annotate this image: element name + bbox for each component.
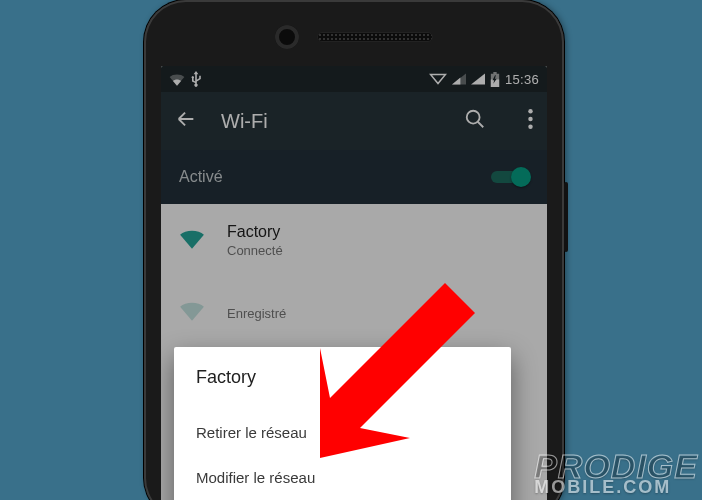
earpiece-speaker xyxy=(317,32,433,42)
wifi-toggle[interactable] xyxy=(491,167,529,187)
wifi-enable-row[interactable]: Activé xyxy=(161,150,547,204)
signal-icon xyxy=(452,73,466,85)
svg-point-3 xyxy=(528,125,532,129)
app-bar: Wi-Fi xyxy=(161,92,547,150)
usb-icon xyxy=(191,71,201,87)
status-clock: 15:36 xyxy=(505,72,539,87)
front-camera xyxy=(275,25,299,49)
signal-icon-2 xyxy=(471,73,485,85)
dialog-item-forget[interactable]: Retirer le réseau xyxy=(196,410,489,455)
phone-side-button xyxy=(564,182,568,252)
network-context-dialog: Factory Retirer le réseau Modifier le ré… xyxy=(174,347,511,500)
wifi-signal-icon xyxy=(179,299,205,325)
dropdown-status-icon xyxy=(429,73,447,85)
watermark: PRODIGE MOBILE.COM xyxy=(534,451,698,496)
battery-icon xyxy=(490,72,500,87)
screen: 15:36 Wi-Fi Activé xyxy=(161,66,547,500)
wifi-signal-icon xyxy=(179,227,205,253)
back-icon[interactable] xyxy=(175,108,197,134)
svg-point-0 xyxy=(467,111,480,124)
wifi-network-name: Factory xyxy=(227,223,283,241)
svg-point-1 xyxy=(528,109,532,113)
page-title: Wi-Fi xyxy=(221,110,440,133)
svg-point-2 xyxy=(528,117,532,121)
search-icon[interactable] xyxy=(464,108,486,134)
dialog-item-modify[interactable]: Modifier le réseau xyxy=(196,455,489,500)
more-icon[interactable] xyxy=(528,109,533,133)
wifi-enable-label: Activé xyxy=(179,168,223,186)
wifi-network-status: Enregistré xyxy=(227,306,286,321)
wifi-network-item[interactable]: Enregistré xyxy=(161,276,547,348)
phone-frame: 15:36 Wi-Fi Activé xyxy=(144,0,564,500)
wifi-status-icon xyxy=(169,72,185,86)
wifi-network-item[interactable]: Factory Connecté xyxy=(161,204,547,276)
status-bar: 15:36 xyxy=(161,66,547,92)
dialog-title: Factory xyxy=(196,367,489,388)
wifi-network-status: Connecté xyxy=(227,243,283,258)
